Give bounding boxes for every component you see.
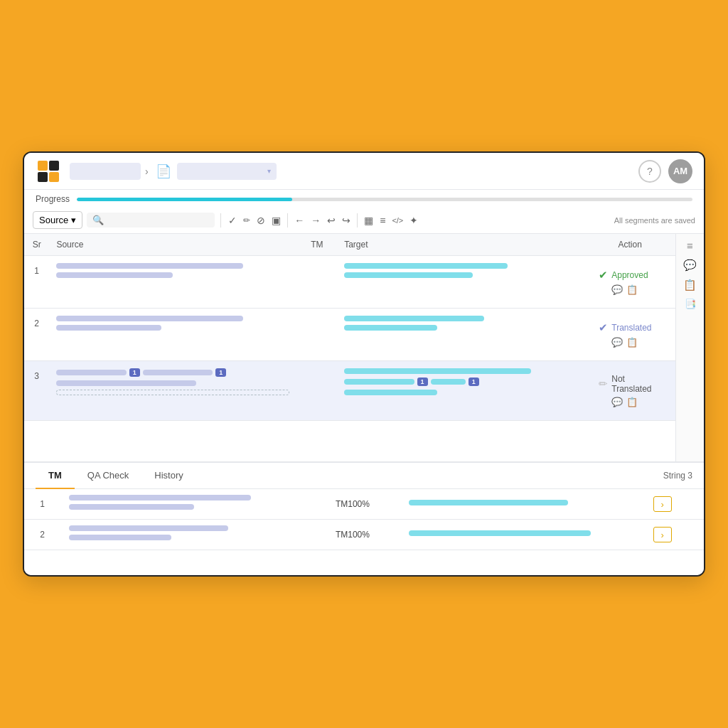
row3-source-bar3 — [56, 390, 289, 395]
bottom-row1-insert-button[interactable]: › — [653, 496, 672, 512]
row1-sr: 1 — [24, 256, 49, 309]
row2-source[interactable] — [49, 309, 296, 361]
clipboard-icon[interactable]: 📋 — [683, 279, 697, 291]
filter-icon[interactable]: ≡ — [687, 240, 693, 252]
grid-icon[interactable]: ▦ — [363, 213, 375, 228]
progress-fill — [77, 198, 292, 201]
row3-target[interactable]: 1 1 — [337, 361, 584, 421]
breadcrumb-dropdown-icon[interactable]: ▾ — [267, 167, 271, 175]
breadcrumb-part1[interactable] — [70, 163, 141, 180]
bottom-tabs-bar: TM QA Check History String 3 — [24, 463, 704, 489]
table-row: 2 ✔ — [24, 309, 675, 361]
app-window: › 📄 ▾ ? AM Progress Source ▾ 🔍 ✓ — [23, 151, 705, 577]
erase-icon[interactable]: ⊘ — [255, 213, 267, 228]
translated-label: Translated — [611, 323, 651, 333]
row2-comment-icon[interactable]: 💬 — [611, 337, 623, 348]
bottom-row1-target-bar — [409, 500, 568, 505]
tab-history[interactable]: History — [141, 463, 196, 489]
app-logo — [36, 159, 61, 184]
row1-action: ✔ Approved 💬 📋 — [584, 256, 675, 309]
arrow-right-icon[interactable]: → — [309, 213, 322, 228]
row1-source[interactable] — [49, 256, 296, 309]
row1-note-icon[interactable]: 📋 — [626, 284, 638, 295]
row2-source-bar2 — [56, 325, 161, 331]
bottom-row2-target — [400, 520, 645, 550]
bottom-row1-tm: TM100% — [305, 489, 400, 520]
tab-tm[interactable]: TM — [36, 463, 75, 489]
row3-source-bar2 — [56, 380, 196, 386]
row1-tm — [296, 256, 337, 309]
source-label: Source — [39, 215, 68, 225]
row1-comment-icon[interactable]: 💬 — [611, 284, 623, 295]
segments-table-area: Sr Source TM Target Action 1 — [24, 234, 675, 461]
string-label: String 3 — [652, 464, 704, 488]
row3-source[interactable]: 1 1 — [49, 361, 296, 421]
align-icon[interactable]: ≡ — [378, 213, 387, 228]
chat-icon[interactable]: 💬 — [683, 259, 697, 272]
col-header-source: Source — [49, 234, 296, 256]
toolbar-icons: ✓ ✏ ⊘ ▣ ← → ↩ ↪ ▦ ≡ </> ✦ — [227, 213, 419, 228]
row2-sr: 2 — [24, 309, 49, 361]
side-panel: ≡ 💬 📋 📑 — [675, 234, 704, 461]
svg-rect-0 — [38, 161, 48, 171]
help-button[interactable]: ? — [638, 160, 661, 183]
row2-action: ✔ Translated 💬 📋 — [584, 309, 675, 361]
row3-comment-icon[interactable]: 💬 — [611, 397, 623, 407]
row2-tm — [296, 309, 337, 361]
special-icon[interactable]: ✦ — [408, 213, 419, 228]
copy-icon[interactable]: ▣ — [270, 213, 282, 228]
toolbar-separator-1 — [220, 213, 221, 228]
header: › 📄 ▾ ? AM — [24, 153, 704, 190]
row3-tm — [296, 361, 337, 421]
bottom-row1-source-bar1 — [69, 495, 251, 500]
toolbar-separator-2 — [287, 213, 288, 228]
source-dropdown-button[interactable]: Source ▾ — [33, 211, 82, 229]
row1-target-bar1 — [344, 263, 508, 269]
bottom-row1-action: › — [645, 489, 704, 520]
row3-source-seg2 — [143, 370, 213, 375]
row3-note-icon[interactable]: 📋 — [626, 397, 638, 407]
history-icon[interactable]: 📑 — [685, 299, 696, 309]
search-icon: 🔍 — [92, 215, 104, 225]
pencil-icon[interactable]: ✏ — [242, 214, 252, 227]
row3-target-seg2 — [431, 379, 466, 385]
row2-target[interactable] — [337, 309, 584, 361]
toolbar-search-box[interactable]: 🔍 — [87, 213, 215, 228]
redo-icon[interactable]: ↪ — [341, 213, 352, 228]
svg-rect-2 — [38, 172, 48, 182]
row2-source-bar1 — [56, 316, 242, 321]
saved-text: All segments are saved — [614, 216, 695, 225]
row1-target[interactable] — [337, 256, 584, 309]
approve-icon[interactable]: ✓ — [227, 213, 238, 228]
not-translated-icon: ✏ — [599, 378, 608, 390]
progress-track — [77, 198, 692, 201]
search-input[interactable] — [107, 215, 209, 225]
not-translated-label: Not Translated — [611, 374, 661, 394]
undo-icon[interactable]: ↩ — [326, 213, 337, 228]
avatar: AM — [668, 159, 692, 183]
row3-target-bar3 — [344, 390, 437, 395]
bottom-table-row: 2 TM100% › — [24, 520, 704, 550]
row1-source-bar2 — [56, 272, 173, 278]
row3-target-bar1 — [344, 368, 530, 374]
bottom-tabs: TM QA Check History — [24, 463, 208, 488]
row2-note-icon[interactable]: 📋 — [626, 337, 638, 348]
bottom-row1-sr: 1 — [24, 489, 60, 520]
row3-target-seg1 — [344, 379, 414, 385]
code-icon[interactable]: </> — [390, 215, 405, 226]
row3-target-tagged-line: 1 1 — [344, 378, 577, 386]
bottom-panel: TM QA Check History String 3 1 TM100% — [24, 461, 704, 575]
bottom-row2-insert-button[interactable]: › — [653, 527, 672, 542]
bottom-table: 1 TM100% › 2 — [24, 489, 704, 550]
toolbar: Source ▾ 🔍 ✓ ✏ ⊘ ▣ ← → ↩ ↪ ▦ ≡ </> ✦ All… — [24, 207, 704, 234]
tab-qa-check[interactable]: QA Check — [75, 463, 142, 489]
col-header-sr: Sr — [24, 234, 49, 256]
bottom-row2-source-bar1 — [69, 525, 228, 531]
arrow-left-icon[interactable]: ← — [293, 213, 306, 228]
bottom-row1-source-bar2 — [69, 504, 194, 510]
progress-bar-row: Progress — [24, 190, 704, 207]
table-row-active[interactable]: 3 1 1 — [24, 361, 675, 421]
breadcrumb-part2[interactable]: ▾ — [177, 163, 277, 180]
row1-source-bar1 — [56, 263, 242, 269]
progress-label: Progress — [36, 194, 70, 204]
